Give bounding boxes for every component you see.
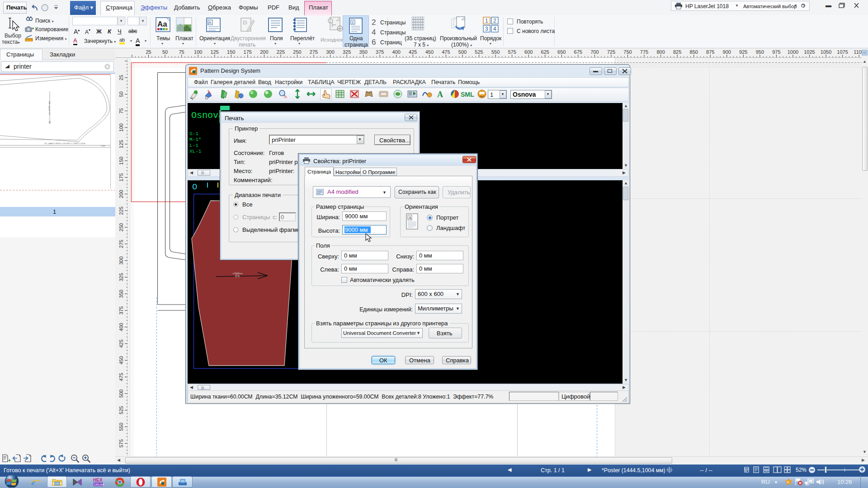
svg-text:250: 250 [118, 223, 124, 231]
svg-text:1: 1 [485, 18, 488, 24]
svg-text:300: 300 [326, 49, 334, 55]
svg-text:SML: SML [461, 91, 474, 98]
svg-text:52%: 52% [796, 467, 807, 473]
svg-text:875: 875 [706, 49, 714, 55]
svg-text:1100: 1100 [854, 49, 862, 55]
svg-text:400: 400 [118, 323, 124, 331]
svg-text:150: 150 [227, 49, 235, 55]
svg-text:350: 350 [359, 49, 368, 55]
svg-text:400: 400 [392, 49, 401, 55]
svg-text:A: A [437, 90, 443, 99]
svg-text:1075: 1075 [837, 49, 848, 55]
svg-text:ЭТС_ЗАКАЗT2 ЗРМ23С 1.ХХХ ПЕЧ*7: ЭТС_ЗАКАЗT2 ЗРМ23С 1.ХХХ ПЕЧ*7.1. 23ЛИСТ… [44, 143, 85, 145]
svg-text:950: 950 [756, 49, 764, 55]
svg-text:675: 675 [574, 49, 582, 55]
svg-text:550: 550 [491, 49, 500, 55]
svg-text:525: 525 [475, 49, 483, 55]
svg-text:850: 850 [690, 49, 698, 55]
svg-text:1: 1 [352, 20, 354, 24]
svg-text:700: 700 [590, 49, 599, 55]
svg-text:75: 75 [179, 49, 184, 55]
svg-text:500: 500 [118, 389, 124, 398]
svg-text:Aa: Aa [157, 20, 167, 28]
svg-text:O: O [192, 182, 197, 192]
svg-text:HEX: HEX [93, 478, 103, 483]
svg-text:1050: 1050 [821, 49, 831, 55]
svg-text:550: 550 [118, 422, 124, 431]
svg-text:975: 975 [772, 49, 780, 55]
svg-text:75: 75 [118, 108, 124, 113]
svg-text:100: 100 [194, 49, 202, 55]
svg-text:225: 225 [118, 206, 124, 215]
svg-text:1.2 ВШ: 1.2 ВШ [100, 145, 105, 147]
svg-text:325: 325 [118, 273, 124, 281]
svg-text:25: 25 [118, 75, 124, 80]
svg-text:50: 50 [118, 91, 124, 97]
svg-text:300: 300 [118, 256, 124, 264]
svg-text:DRUMS: DRUMS [94, 483, 104, 486]
svg-text:275: 275 [118, 240, 124, 248]
svg-text:175: 175 [244, 49, 252, 55]
svg-text:3: 3 [485, 26, 488, 32]
svg-text:650: 650 [557, 49, 566, 55]
svg-text:A: A [409, 216, 412, 220]
svg-text:125: 125 [211, 49, 219, 55]
svg-text:250: 250 [293, 49, 301, 55]
svg-text:150: 150 [118, 157, 124, 165]
svg-text:D: D [243, 19, 247, 26]
svg-text:600: 600 [524, 49, 533, 55]
svg-text:375: 375 [118, 306, 124, 314]
svg-text:1000: 1000 [788, 49, 798, 55]
svg-text:1025: 1025 [804, 49, 815, 55]
svg-text:350: 350 [118, 290, 124, 298]
svg-text:575: 575 [508, 49, 516, 55]
svg-text:425: 425 [409, 49, 417, 55]
svg-text:500: 500 [458, 49, 467, 55]
svg-text:450: 450 [118, 356, 124, 364]
svg-text:100: 100 [118, 123, 124, 131]
svg-text:825: 825 [673, 49, 681, 55]
svg-text:50: 50 [162, 49, 168, 55]
svg-text:900: 900 [723, 49, 731, 55]
svg-text:200: 200 [118, 190, 124, 198]
svg-text:425: 425 [118, 339, 124, 347]
svg-text:525: 525 [118, 406, 124, 414]
svg-text:475: 475 [118, 373, 124, 381]
svg-text:800: 800 [656, 49, 665, 55]
svg-text:475: 475 [442, 49, 450, 55]
svg-text:275: 275 [310, 49, 318, 55]
svg-text:225: 225 [277, 49, 285, 55]
svg-text:575: 575 [118, 439, 124, 447]
svg-text:25: 25 [146, 49, 151, 55]
svg-text:750: 750 [623, 49, 632, 55]
svg-text:A: A [208, 20, 211, 25]
svg-text:450: 450 [425, 49, 434, 55]
svg-text:725: 725 [607, 49, 615, 55]
svg-text:ИМ-1 рукав 23.4: ИМ-1 рукав 23.4 [48, 101, 51, 115]
svg-text:775: 775 [640, 49, 648, 55]
svg-text:375: 375 [376, 49, 384, 55]
svg-text:325: 325 [343, 49, 351, 55]
svg-text:[В-В]: [В-В] [235, 275, 240, 277]
svg-text:125: 125 [118, 140, 124, 148]
svg-text:a: a [787, 480, 789, 484]
svg-text:625: 625 [541, 49, 549, 55]
svg-text:и ВЩВиты: и ВЩВиты [233, 272, 243, 275]
svg-text:200: 200 [260, 49, 268, 55]
svg-text:175: 175 [118, 173, 124, 181]
svg-text:2: 2 [493, 18, 496, 24]
svg-text:4: 4 [493, 26, 496, 32]
svg-text:925: 925 [739, 49, 747, 55]
